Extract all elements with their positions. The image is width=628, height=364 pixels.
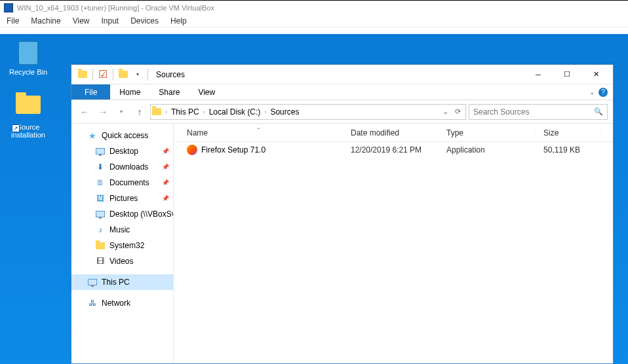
firefox-icon	[187, 145, 197, 155]
pin-icon: 📌	[162, 148, 169, 155]
minimize-button[interactable]: ─	[524, 65, 553, 84]
column-header-size[interactable]: Size	[536, 128, 601, 137]
nav-up-button[interactable]: ↑	[132, 104, 147, 120]
download-icon: ⬇	[95, 162, 106, 172]
sidebar-item-desktop[interactable]: Desktop 📌	[71, 143, 173, 159]
sidebar-network[interactable]: 🖧 Network	[71, 295, 173, 311]
vbox-menubar: File Machine View Input Devices Help	[0, 14, 628, 27]
search-icon[interactable]: 🔍	[594, 107, 603, 116]
chevron-right-icon[interactable]: ›	[264, 109, 266, 115]
pictures-icon: 🖼	[95, 193, 106, 204]
ribbon-tab-file[interactable]: File	[71, 84, 110, 100]
vbox-titlebar: WIN_10_x64_1903 (+tuner) [Running] - Ora…	[0, 0, 628, 14]
music-icon: ♪	[95, 225, 106, 235]
this-pc-icon	[87, 277, 98, 287]
vbox-menu-view[interactable]: View	[73, 16, 90, 26]
desktop-icon	[95, 209, 106, 219]
sidebar-item-music[interactable]: ♪ Music	[71, 222, 173, 238]
breadcrumb-sources[interactable]: Sources	[267, 107, 302, 117]
desktop-icon-source-installation[interactable]: ↗ Source installation	[4, 92, 52, 139]
recycle-bin-icon	[15, 41, 41, 67]
address-bar[interactable]: › This PC › Local Disk (C:) › Sources ⌄ …	[150, 104, 466, 120]
file-name: Firefox Setup 71.0	[201, 145, 265, 155]
file-type: Application	[439, 145, 536, 155]
shortcut-arrow-icon: ↗	[12, 124, 20, 132]
star-icon: ★	[87, 130, 98, 141]
nav-recent-dropdown[interactable]: ▾	[113, 104, 129, 120]
maximize-button[interactable]: ☐	[553, 65, 581, 84]
ribbon-tab-home[interactable]: Home	[110, 84, 149, 100]
address-dropdown-icon[interactable]: ⌄	[439, 107, 452, 116]
file-row-firefox-setup[interactable]: Firefox Setup 71.0 12/20/2019 6:21 PM Ap…	[174, 142, 613, 158]
vbox-menu-devices[interactable]: Devices	[130, 16, 159, 26]
vbox-menu-file[interactable]: File	[7, 16, 19, 26]
sidebar-this-pc[interactable]: This PC	[71, 274, 173, 290]
sidebar-item-desktop-vboxsvr[interactable]: Desktop (\\VBoxSvr	[71, 206, 173, 222]
ribbon-tab-share[interactable]: Share	[149, 84, 189, 100]
nav-forward-button[interactable]: →	[95, 104, 111, 120]
chevron-right-icon[interactable]: ›	[165, 109, 167, 115]
sidebar-item-pictures[interactable]: 🖼 Pictures 📌	[71, 191, 173, 206]
chevron-right-icon[interactable]: ›	[203, 109, 205, 115]
folder-icon	[15, 96, 41, 122]
vbox-menu-help[interactable]: Help	[170, 16, 187, 26]
file-date: 12/20/2019 6:21 PM	[343, 145, 439, 155]
folder-icon[interactable]	[117, 69, 129, 81]
explorer-titlebar[interactable]: ☑ ▾ Sources ─ ☐ ✕	[71, 65, 613, 84]
vbox-menu-input[interactable]: Input	[102, 16, 119, 26]
vbox-title: WIN_10_x64_1903 (+tuner) [Running] - Ora…	[17, 4, 214, 12]
column-headers: ⌃ Name Date modified Type Size	[174, 124, 613, 142]
vbox-menu-machine[interactable]: Machine	[31, 16, 60, 26]
explorer-title: Sources	[156, 70, 185, 79]
ribbon-tab-view[interactable]: View	[189, 84, 224, 100]
help-icon[interactable]: ?	[599, 88, 608, 97]
column-header-name[interactable]: ⌃ Name	[174, 128, 343, 137]
explorer-content: ⌃ Name Date modified Type Size Firefox S…	[174, 124, 613, 363]
explorer-navbar: ← → ▾ ↑ › This PC › Local Disk (C:) › So…	[71, 100, 613, 124]
video-icon: 🎞	[95, 256, 106, 266]
properties-icon[interactable]: ☑	[97, 69, 109, 81]
close-button[interactable]: ✕	[581, 65, 610, 84]
pin-icon: 📌	[162, 164, 169, 170]
sidebar-item-videos[interactable]: 🎞 Videos	[71, 253, 173, 269]
sidebar-item-downloads[interactable]: ⬇ Downloads 📌	[71, 159, 173, 175]
sort-ascending-icon: ⌃	[256, 127, 261, 133]
ribbon-expand-icon[interactable]: ⌄	[589, 88, 595, 96]
folder-icon	[77, 69, 88, 81]
pin-icon: 📌	[162, 195, 169, 202]
sidebar-item-system32[interactable]: System32	[71, 238, 173, 253]
breadcrumb-this-pc[interactable]: This PC	[168, 107, 202, 117]
search-input[interactable]: Search Sources 🔍	[469, 104, 608, 120]
search-placeholder: Search Sources	[473, 107, 529, 117]
explorer-ribbon: File Home Share View ⌄ ?	[71, 84, 613, 100]
refresh-icon[interactable]: ⟳	[452, 107, 464, 116]
desktop-icon-recycle-bin[interactable]: Recycle Bin	[4, 39, 52, 76]
document-icon: 🗎	[95, 177, 106, 188]
sidebar-item-documents[interactable]: 🗎 Documents 📌	[71, 175, 173, 191]
qat-dropdown-icon[interactable]: ▾	[132, 69, 144, 81]
vbox-app-icon	[4, 3, 13, 12]
folder-icon	[152, 106, 164, 118]
folder-icon	[95, 240, 106, 251]
explorer-sidebar: ★ Quick access Desktop 📌 ⬇ Downloads 📌 🗎…	[71, 124, 174, 363]
desktop-icon-label: Recycle Bin	[4, 68, 52, 76]
file-size: 50,119 KB	[536, 145, 601, 155]
sidebar-quick-access[interactable]: ★ Quick access	[71, 128, 173, 143]
file-explorer-window: ☑ ▾ Sources ─ ☐ ✕ File Home Share View ⌄…	[71, 64, 614, 364]
pin-icon: 📌	[162, 179, 169, 186]
desktop-icon	[95, 146, 106, 156]
column-header-date[interactable]: Date modified	[343, 128, 439, 137]
column-header-type[interactable]: Type	[439, 128, 536, 137]
breadcrumb-local-disk[interactable]: Local Disk (C:)	[206, 107, 264, 117]
vm-desktop: Recycle Bin ↗ Source installation ☑ ▾ So…	[0, 34, 628, 364]
nav-back-button[interactable]: ←	[77, 104, 92, 120]
network-icon: 🖧	[87, 298, 98, 308]
